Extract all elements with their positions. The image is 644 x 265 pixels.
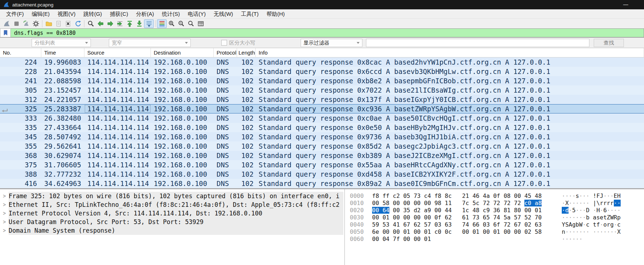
find-button[interactable]: 查找 (594, 39, 624, 47)
protocol-tree-item[interactable]: >Ethernet II, Src: TpLinkTechno_46:4a:0f… (0, 200, 343, 209)
hex-row[interactable]: 00506e 00 00 01 00 01 c0 0c 00 01 00 01 … (350, 228, 644, 236)
packet-row[interactable]: 36830.629074114.114.114.114192.168.0.100… (0, 151, 644, 160)
packet-bytes-pane: 0000f8 ff c2 05 73 c4 f8 8c 21 46 4a 0f … (345, 189, 644, 265)
hex-row[interactable]: 006000 04 7f 00 00 01······ (350, 236, 644, 243)
packet-row[interactable]: 31224.221057114.114.114.114192.168.0.100… (0, 95, 644, 104)
zoom-out-icon[interactable] (176, 19, 186, 28)
protocol-tree-item[interactable]: >User Datagram Protocol, Src Port: 53, D… (0, 218, 343, 226)
menu-item-8[interactable]: 无线(W) (210, 9, 237, 18)
cell-source: 114.114.114.114 (84, 132, 151, 141)
restart-capture-icon[interactable] (21, 19, 31, 28)
expand-caret-icon[interactable]: > (0, 192, 9, 200)
packet-row[interactable]: 33326.382480114.114.114.114192.168.0.100… (0, 113, 644, 123)
packet-row[interactable]: 33527.433664114.114.114.114192.168.0.100… (0, 123, 644, 132)
expand-caret-icon[interactable]: > (0, 200, 9, 209)
ascii-bytes: ·······b asetZWRp (562, 214, 621, 221)
cell-info: Standard query response 0xb8e2 A basepmb… (256, 76, 644, 85)
menu-item-1[interactable]: 编辑(E) (28, 9, 54, 18)
bookmark-icon[interactable] (0, 28, 11, 37)
hex-bytes: 6e 00 00 01 00 01 c0 0c 00 01 00 01 00 0… (372, 228, 546, 236)
go-forward-icon[interactable] (105, 19, 115, 28)
protocol-tree-item[interactable]: >Internet Protocol Version 4, Src: 114.1… (0, 209, 343, 218)
packet-row[interactable]: 22419.996083114.114.114.114192.168.0.100… (0, 57, 644, 67)
search-width-dropdown[interactable]: 宽窄 (109, 39, 191, 47)
menu-item-4[interactable]: 捕获(C) (106, 9, 132, 18)
expand-caret-icon[interactable]: > (0, 218, 9, 226)
hex-row[interactable]: 003000 01 00 00 00 00 0f 62 61 73 65 74 … (350, 214, 644, 221)
go-to-packet-icon[interactable] (115, 19, 125, 28)
packet-row[interactable]: 35529.562641114.114.114.114192.168.0.100… (0, 141, 644, 151)
menu-item-7[interactable]: 电话(Y) (184, 9, 210, 18)
zoom-reset-icon[interactable] (186, 19, 196, 28)
packet-row[interactable]: 22821.043594114.114.114.114192.168.0.100… (0, 67, 644, 76)
stop-capture-icon[interactable] (11, 19, 21, 28)
hex-row[interactable]: 002000 64 00 35 d2 a9 00 44 1c 48 c9 36 … (350, 207, 644, 214)
cell-length: 102 (237, 123, 256, 132)
cell-no: 416 (0, 179, 41, 188)
packet-row[interactable]: 32525.283387114.114.114.114192.168.0.100… (0, 104, 644, 113)
go-back-icon[interactable] (96, 19, 105, 28)
packet-row[interactable]: 24122.088598114.114.114.114192.168.0.100… (0, 76, 644, 85)
cell-destination: 192.168.0.100 (151, 123, 214, 132)
expand-caret-icon[interactable]: > (0, 209, 9, 218)
column-header-info[interactable]: Info (256, 48, 644, 57)
hex-offset: 0000 (350, 192, 366, 200)
column-header-destination[interactable]: Destination (151, 48, 214, 57)
search-input[interactable] (366, 39, 590, 47)
menu-item-2[interactable]: 视图(V) (54, 9, 79, 18)
colorize-icon[interactable] (157, 19, 167, 28)
reload-icon[interactable] (73, 19, 83, 28)
cell-source: 114.114.114.114 (84, 151, 151, 160)
go-last-icon[interactable] (134, 19, 144, 28)
menu-item-0[interactable]: 文件(F) (2, 9, 28, 18)
minimize-button[interactable]: — (620, 0, 631, 9)
column-header-time[interactable]: Time (41, 48, 84, 57)
protocol-tree-item[interactable]: >Domain Name System (response) (0, 226, 343, 235)
resize-columns-icon[interactable] (196, 19, 205, 28)
cell-no: 241 (0, 76, 41, 85)
hex-offset: 0030 (350, 214, 366, 221)
cell-destination: 192.168.0.100 (151, 160, 214, 169)
cell-time: 28.507492 (41, 132, 84, 141)
close-file-icon[interactable] (63, 19, 73, 28)
packet-row[interactable]: 38832.777232114.114.114.114192.168.0.100… (0, 169, 644, 179)
packet-row[interactable]: 37531.706605114.114.114.114192.168.0.100… (0, 160, 644, 169)
column-header-protocol[interactable]: Protocol (214, 48, 237, 57)
open-file-icon[interactable] (44, 19, 54, 28)
packet-row[interactable]: 30523.152457114.114.114.114192.168.0.100… (0, 85, 644, 95)
cell-protocol: DNS (214, 169, 237, 179)
find-packet-icon[interactable] (86, 19, 96, 28)
cell-source: 114.114.114.114 (84, 169, 151, 179)
expand-caret-icon[interactable]: > (0, 226, 9, 235)
column-header-no[interactable]: No. (0, 48, 41, 57)
display-filter-input[interactable]: dns.flags == 0x8180 (11, 28, 644, 37)
hex-row[interactable]: 0000f8 ff c2 05 73 c4 f8 8c 21 46 4a 0f … (350, 192, 644, 200)
zoom-in-icon[interactable] (167, 19, 176, 28)
hex-row[interactable]: 004059 53 41 67 62 57 03 63 74 66 03 6f … (350, 221, 644, 228)
filter-toolbar: dns.flags == 0x8180 (0, 28, 644, 38)
go-first-icon[interactable] (125, 19, 134, 28)
column-header-source[interactable]: Source (84, 48, 151, 57)
cell-length: 102 (237, 67, 256, 76)
cell-destination: 192.168.0.100 (151, 85, 214, 95)
cell-protocol: DNS (214, 104, 237, 113)
packet-row[interactable]: 34528.507492114.114.114.114192.168.0.100… (0, 132, 644, 141)
column-header-length[interactable]: Length (237, 48, 256, 57)
menu-item-3[interactable]: 跳转(G) (79, 9, 106, 18)
capture-options-icon[interactable] (31, 19, 41, 28)
chevron-down-icon (85, 42, 88, 44)
search-type-dropdown[interactable]: 显示过滤器 (301, 39, 362, 47)
save-file-icon[interactable] (54, 19, 63, 28)
case-sensitive-checkbox[interactable] (221, 40, 227, 46)
cell-destination: 192.168.0.100 (151, 132, 214, 141)
hex-row[interactable]: 001000 58 00 00 00 00 98 11 7c 5c 72 72 … (350, 200, 644, 207)
menu-item-9[interactable]: 工具(T) (237, 9, 263, 18)
packet-row[interactable]: 41634.624963114.114.114.114192.168.0.100… (0, 179, 644, 188)
menu-item-6[interactable]: 统计(S) (158, 9, 184, 18)
menu-item-5[interactable]: 分析(A) (132, 9, 158, 18)
start-capture-icon[interactable] (2, 19, 11, 28)
auto-scroll-icon[interactable] (144, 19, 154, 28)
protocol-tree-item[interactable]: >Frame 325: 102 bytes on wire (816 bits)… (0, 192, 343, 200)
search-scope-dropdown[interactable]: 分组列表 (32, 39, 91, 47)
menu-item-10[interactable]: 帮助(H) (263, 9, 289, 18)
